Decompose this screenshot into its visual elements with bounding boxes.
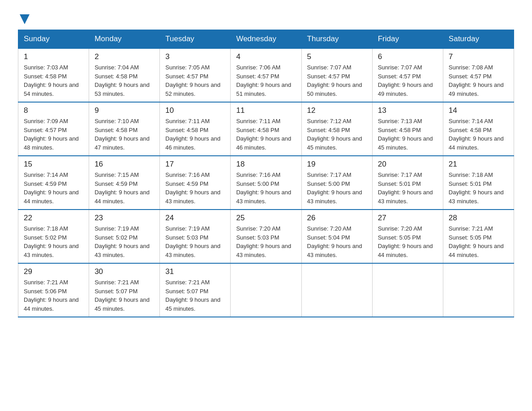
day-info: Sunrise: 7:16 AMSunset: 5:00 PMDaylight:…	[236, 171, 296, 206]
day-number: 1	[24, 52, 83, 61]
calendar-cell: 22Sunrise: 7:18 AMSunset: 5:02 PMDayligh…	[18, 210, 89, 263]
day-number: 6	[378, 52, 438, 61]
day-number: 12	[307, 106, 367, 115]
day-number: 3	[165, 52, 225, 61]
weekday-header-row: SundayMondayTuesdayWednesdayThursdayFrid…	[18, 30, 514, 49]
calendar-cell: 19Sunrise: 7:17 AMSunset: 5:00 PMDayligh…	[301, 156, 372, 210]
week-row-3: 15Sunrise: 7:14 AMSunset: 4:59 PMDayligh…	[18, 156, 514, 210]
day-number: 14	[449, 106, 508, 115]
day-info: Sunrise: 7:21 AMSunset: 5:07 PMDaylight:…	[94, 278, 154, 313]
day-number: 8	[24, 106, 83, 115]
day-number: 9	[94, 106, 154, 115]
day-info: Sunrise: 7:03 AMSunset: 4:58 PMDaylight:…	[24, 63, 83, 98]
day-number: 26	[307, 214, 367, 223]
page-header	[18, 13, 514, 24]
day-info: Sunrise: 7:08 AMSunset: 4:57 PMDaylight:…	[449, 63, 508, 98]
calendar-cell	[372, 263, 443, 317]
calendar-cell: 6Sunrise: 7:07 AMSunset: 4:57 PMDaylight…	[372, 48, 443, 102]
day-info: Sunrise: 7:14 AMSunset: 4:59 PMDaylight:…	[24, 171, 83, 206]
day-number: 2	[94, 52, 154, 61]
calendar-cell: 7Sunrise: 7:08 AMSunset: 4:57 PMDaylight…	[443, 48, 514, 102]
calendar-cell: 16Sunrise: 7:15 AMSunset: 4:59 PMDayligh…	[89, 156, 160, 210]
day-number: 27	[378, 214, 438, 223]
logo-triangle-icon	[20, 14, 30, 24]
calendar-cell: 20Sunrise: 7:17 AMSunset: 5:01 PMDayligh…	[372, 156, 443, 210]
day-info: Sunrise: 7:17 AMSunset: 5:01 PMDaylight:…	[378, 171, 438, 206]
day-number: 13	[378, 106, 438, 115]
day-number: 7	[449, 52, 508, 61]
day-info: Sunrise: 7:09 AMSunset: 4:57 PMDaylight:…	[24, 117, 83, 152]
day-number: 25	[236, 214, 296, 223]
calendar-cell: 3Sunrise: 7:05 AMSunset: 4:57 PMDaylight…	[160, 48, 231, 102]
weekday-header-monday: Monday	[89, 30, 160, 49]
day-info: Sunrise: 7:04 AMSunset: 4:58 PMDaylight:…	[94, 63, 154, 98]
day-info: Sunrise: 7:21 AMSunset: 5:07 PMDaylight:…	[165, 278, 225, 313]
day-info: Sunrise: 7:14 AMSunset: 4:58 PMDaylight:…	[449, 117, 508, 152]
day-info: Sunrise: 7:10 AMSunset: 4:58 PMDaylight:…	[94, 117, 154, 152]
day-number: 19	[307, 160, 367, 169]
day-info: Sunrise: 7:07 AMSunset: 4:57 PMDaylight:…	[307, 63, 367, 98]
day-info: Sunrise: 7:18 AMSunset: 5:02 PMDaylight:…	[24, 224, 83, 259]
calendar-cell: 14Sunrise: 7:14 AMSunset: 4:58 PMDayligh…	[443, 102, 514, 156]
calendar-cell: 23Sunrise: 7:19 AMSunset: 5:02 PMDayligh…	[89, 210, 160, 263]
day-number: 29	[24, 267, 83, 276]
calendar-cell: 1Sunrise: 7:03 AMSunset: 4:58 PMDaylight…	[18, 48, 89, 102]
day-info: Sunrise: 7:17 AMSunset: 5:00 PMDaylight:…	[307, 171, 367, 206]
day-info: Sunrise: 7:16 AMSunset: 4:59 PMDaylight:…	[165, 171, 225, 206]
calendar-cell: 26Sunrise: 7:20 AMSunset: 5:04 PMDayligh…	[301, 210, 372, 263]
day-number: 11	[236, 106, 296, 115]
calendar-table: SundayMondayTuesdayWednesdayThursdayFrid…	[18, 30, 514, 317]
calendar-cell: 9Sunrise: 7:10 AMSunset: 4:58 PMDaylight…	[89, 102, 160, 156]
day-info: Sunrise: 7:11 AMSunset: 4:58 PMDaylight:…	[236, 117, 296, 152]
calendar-cell: 28Sunrise: 7:21 AMSunset: 5:05 PMDayligh…	[443, 210, 514, 263]
day-info: Sunrise: 7:20 AMSunset: 5:04 PMDaylight:…	[307, 224, 367, 259]
weekday-header-tuesday: Tuesday	[160, 30, 231, 49]
day-info: Sunrise: 7:05 AMSunset: 4:57 PMDaylight:…	[165, 63, 225, 98]
calendar-cell: 25Sunrise: 7:20 AMSunset: 5:03 PMDayligh…	[231, 210, 301, 263]
day-number: 16	[94, 160, 154, 169]
calendar-cell: 2Sunrise: 7:04 AMSunset: 4:58 PMDaylight…	[89, 48, 160, 102]
calendar-cell: 8Sunrise: 7:09 AMSunset: 4:57 PMDaylight…	[18, 102, 89, 156]
weekday-header-saturday: Saturday	[443, 30, 514, 49]
calendar-cell	[443, 263, 514, 317]
svg-marker-0	[20, 14, 30, 24]
day-number: 17	[165, 160, 225, 169]
day-number: 22	[24, 214, 83, 223]
calendar-cell	[231, 263, 301, 317]
day-number: 15	[24, 160, 83, 169]
day-info: Sunrise: 7:21 AMSunset: 5:05 PMDaylight:…	[449, 224, 508, 259]
calendar-cell: 13Sunrise: 7:13 AMSunset: 4:58 PMDayligh…	[372, 102, 443, 156]
calendar-cell: 30Sunrise: 7:21 AMSunset: 5:07 PMDayligh…	[89, 263, 160, 317]
calendar-cell: 29Sunrise: 7:21 AMSunset: 5:06 PMDayligh…	[18, 263, 89, 317]
day-info: Sunrise: 7:18 AMSunset: 5:01 PMDaylight:…	[449, 171, 508, 206]
day-info: Sunrise: 7:20 AMSunset: 5:05 PMDaylight:…	[378, 224, 438, 259]
logo	[18, 13, 30, 24]
day-number: 10	[165, 106, 225, 115]
day-number: 5	[307, 52, 367, 61]
day-info: Sunrise: 7:19 AMSunset: 5:03 PMDaylight:…	[165, 224, 225, 259]
weekday-header-friday: Friday	[372, 30, 443, 49]
calendar-cell: 21Sunrise: 7:18 AMSunset: 5:01 PMDayligh…	[443, 156, 514, 210]
weekday-header-wednesday: Wednesday	[231, 30, 301, 49]
day-info: Sunrise: 7:15 AMSunset: 4:59 PMDaylight:…	[94, 171, 154, 206]
week-row-1: 1Sunrise: 7:03 AMSunset: 4:58 PMDaylight…	[18, 48, 514, 102]
day-info: Sunrise: 7:13 AMSunset: 4:58 PMDaylight:…	[378, 117, 438, 152]
calendar-cell: 17Sunrise: 7:16 AMSunset: 4:59 PMDayligh…	[160, 156, 231, 210]
day-info: Sunrise: 7:07 AMSunset: 4:57 PMDaylight:…	[378, 63, 438, 98]
day-number: 23	[94, 214, 154, 223]
calendar-cell: 31Sunrise: 7:21 AMSunset: 5:07 PMDayligh…	[160, 263, 231, 317]
calendar-cell: 5Sunrise: 7:07 AMSunset: 4:57 PMDaylight…	[301, 48, 372, 102]
calendar-cell	[301, 263, 372, 317]
week-row-5: 29Sunrise: 7:21 AMSunset: 5:06 PMDayligh…	[18, 263, 514, 317]
calendar-cell: 11Sunrise: 7:11 AMSunset: 4:58 PMDayligh…	[231, 102, 301, 156]
week-row-2: 8Sunrise: 7:09 AMSunset: 4:57 PMDaylight…	[18, 102, 514, 156]
day-number: 20	[378, 160, 438, 169]
calendar-cell: 18Sunrise: 7:16 AMSunset: 5:00 PMDayligh…	[231, 156, 301, 210]
day-info: Sunrise: 7:20 AMSunset: 5:03 PMDaylight:…	[236, 224, 296, 259]
day-number: 24	[165, 214, 225, 223]
weekday-header-sunday: Sunday	[18, 30, 89, 49]
day-number: 21	[449, 160, 508, 169]
calendar-cell: 12Sunrise: 7:12 AMSunset: 4:58 PMDayligh…	[301, 102, 372, 156]
day-number: 28	[449, 214, 508, 223]
day-number: 30	[94, 267, 154, 276]
